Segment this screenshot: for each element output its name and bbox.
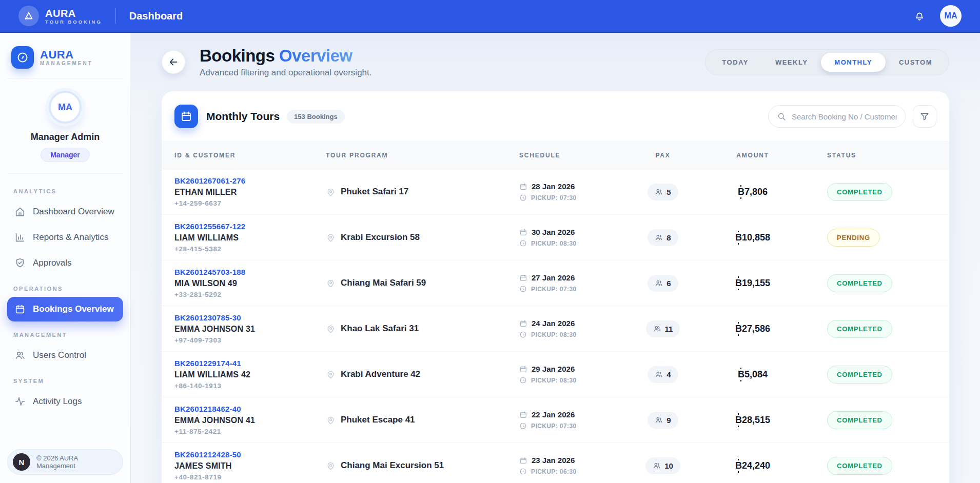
pax-count: 8: [667, 233, 671, 242]
amount-value: B10,858: [694, 232, 812, 243]
status-badge: PENDING: [827, 229, 880, 247]
map-pin-icon: [326, 415, 336, 425]
topbar-avatar[interactable]: MA: [940, 5, 962, 27]
clock-icon: [519, 239, 527, 247]
customer-name: LIAM WILLIAMS: [174, 233, 326, 243]
chart-icon: [14, 232, 26, 243]
tour-date: 29 Jan 2026: [532, 365, 575, 373]
calendar-icon: [519, 411, 527, 419]
pax-badge: 11: [646, 320, 680, 337]
calendar-icon: [519, 319, 527, 328]
page-title-accent: Overview: [279, 46, 352, 65]
calendar-icon: [519, 183, 527, 191]
tour-name: Krabi Excursion 58: [341, 232, 420, 243]
sidebar-section: OPERATIONS Bookings Overview: [7, 280, 123, 321]
tour-date: 30 Jan 2026: [532, 228, 575, 236]
funnel-icon: [919, 111, 930, 122]
filter-button[interactable]: [913, 105, 936, 128]
map-pin-icon: [326, 461, 336, 471]
sidebar-item-label: Users Control: [33, 350, 86, 360]
users-icon: [14, 350, 26, 361]
column-header: ID & CUSTOMER: [174, 152, 326, 159]
customer-name: EMMA JOHNSON 41: [174, 416, 326, 425]
sidebar-item-label: Bookings Overview: [33, 304, 114, 314]
tour-name: Chiang Mai Safari 59: [341, 278, 426, 288]
booking-row[interactable]: BK2601267061-276 ETHAN MILLER +14-259-66…: [162, 169, 949, 215]
amount-value: B5,084: [694, 369, 812, 380]
booking-id-link[interactable]: BK2601218462-40: [174, 405, 326, 413]
topbar-divider: [115, 8, 116, 24]
booking-id-link[interactable]: BK2601267061-276: [174, 176, 326, 185]
footer-avatar: N: [13, 453, 30, 471]
back-button[interactable]: [162, 50, 185, 74]
pax-badge: 4: [648, 366, 678, 383]
profile-avatar[interactable]: MA: [49, 91, 82, 124]
tour-name: Phuket Escape 41: [341, 415, 415, 425]
sidebar-item-users-control[interactable]: Users Control: [7, 343, 123, 368]
customer-name: MIA WILSON 49: [174, 279, 326, 288]
app-logo[interactable]: AURA TOUR BOOKING: [18, 6, 102, 26]
baht-symbol: B: [735, 415, 742, 426]
pickup-time: PICKUP: 06:30: [531, 468, 577, 475]
pax-count: 10: [664, 461, 673, 470]
booking-id-link[interactable]: BK2601245703-188: [174, 268, 326, 276]
booking-row[interactable]: BK2601212428-50 JAMES SMITH +40-821-8719…: [162, 443, 949, 483]
tour-name: Khao Lak Safari 31: [341, 324, 419, 334]
baht-symbol: B: [738, 187, 744, 197]
sidebar-logo[interactable]: AURA MANAGEMENT: [7, 43, 123, 78]
tour-date: 23 Jan 2026: [532, 456, 575, 465]
sidebar-item-approvals[interactable]: Approvals: [7, 251, 123, 275]
sidebar-item-reports-analytics[interactable]: Reports & Analytics: [7, 225, 123, 250]
tab-monthly[interactable]: MONTHLY: [821, 53, 886, 72]
column-header: SCHEDULE: [519, 152, 632, 159]
booking-id-link[interactable]: BK2601255667-122: [174, 222, 326, 231]
notifications-button[interactable]: [913, 10, 926, 22]
map-pin-icon: [326, 370, 336, 379]
activity-icon: [14, 396, 26, 407]
pax-count: 11: [665, 325, 673, 333]
booking-row[interactable]: BK2601245703-188 MIA WILSON 49 +33-281-5…: [162, 260, 949, 306]
sidebar-item-bookings-overview[interactable]: Bookings Overview: [7, 297, 123, 321]
clock-icon: [519, 468, 527, 475]
tab-weekly[interactable]: WEEKLY: [762, 53, 821, 72]
pax-count: 4: [667, 370, 671, 379]
baht-symbol: B: [735, 324, 742, 334]
search-input[interactable]: [792, 112, 897, 121]
tab-custom[interactable]: CUSTOM: [886, 53, 946, 72]
tour-date: 22 Jan 2026: [532, 410, 575, 419]
booking-id-link[interactable]: BK2601230785-30: [174, 313, 326, 322]
tour-name: Chiang Mai Excursion 51: [341, 460, 444, 471]
sidebar-item-label: Reports & Analytics: [33, 232, 108, 243]
pax-badge: 10: [645, 457, 680, 474]
booking-row[interactable]: BK2601255667-122 LIAM WILLIAMS +28-415-5…: [162, 215, 949, 260]
copyright-text: © 2026 AURA Management: [36, 454, 117, 470]
customer-phone: +11-875-2421: [174, 428, 326, 435]
booking-row[interactable]: BK2601229174-41 LIAM WILLIAMS 42 +86-140…: [162, 352, 949, 397]
pax-count: 9: [667, 416, 671, 425]
booking-id-link[interactable]: BK2601229174-41: [174, 359, 326, 368]
tab-today[interactable]: TODAY: [709, 53, 762, 72]
booking-row[interactable]: BK2601230785-30 EMMA JOHNSON 31 +97-409-…: [162, 306, 949, 352]
calendar-icon: [519, 365, 527, 373]
amount-value: B7,806: [694, 187, 812, 197]
sidebar-item-activity-logs[interactable]: Activity Logs: [7, 389, 123, 414]
tour-date: 28 Jan 2026: [532, 182, 575, 191]
booking-id-link[interactable]: BK2601212428-50: [174, 450, 326, 459]
pickup-time: PICKUP: 07:30: [531, 194, 577, 202]
shield-check-icon: [14, 257, 26, 269]
sidebar-item-dashboard-overview[interactable]: Dashboard Overview: [7, 199, 123, 224]
booking-row[interactable]: BK2601218462-40 EMMA JOHNSON 41 +11-875-…: [162, 397, 949, 443]
tour-name: Krabi Adventure 42: [341, 369, 420, 379]
pickup-time: PICKUP: 08:30: [531, 240, 577, 247]
clock-icon: [519, 285, 527, 293]
users-icon: [655, 416, 663, 424]
compass-icon: [11, 46, 34, 69]
users-icon: [655, 233, 663, 242]
clock-icon: [519, 194, 527, 202]
page-title: Bookings Overview: [200, 46, 372, 66]
sidebar-section: SYSTEM Activity Logs: [7, 373, 123, 414]
tour-date: 24 Jan 2026: [532, 319, 575, 328]
column-header: AMOUNT: [694, 152, 812, 159]
customer-phone: +28-415-5382: [174, 245, 326, 253]
table-body: BK2601267061-276 ETHAN MILLER +14-259-66…: [162, 169, 949, 483]
